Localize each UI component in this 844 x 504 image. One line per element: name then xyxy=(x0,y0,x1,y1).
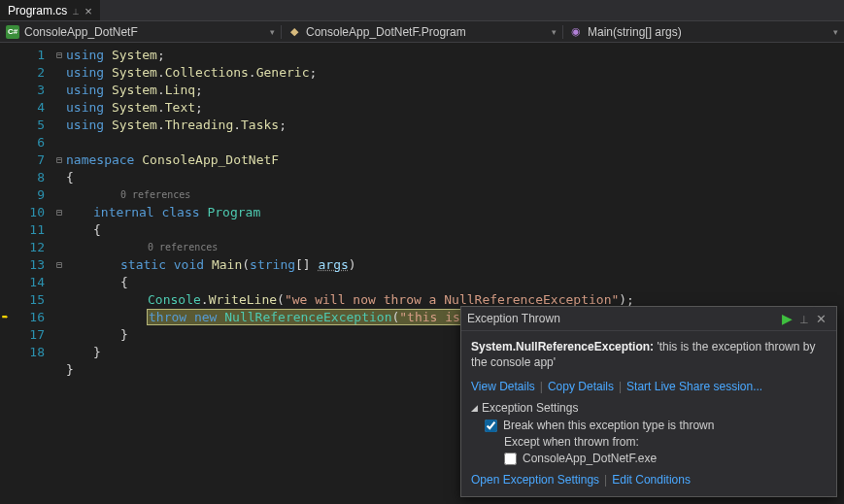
live-share-link[interactable]: Start Live Share session... xyxy=(626,380,762,393)
chevron-down-icon: ▾ xyxy=(270,27,275,37)
pin-popup-icon[interactable]: ⟂ xyxy=(796,312,812,326)
nav-method[interactable]: ◉ Main(string[] args) ▾ xyxy=(563,25,844,39)
chevron-down-icon: ▾ xyxy=(552,27,557,37)
exception-popup: Exception Thrown ▶ ⟂ ✕ System.NullRefere… xyxy=(460,306,837,497)
nav-method-label: Main(string[] args) xyxy=(588,25,682,39)
exception-type: System.NullReferenceException: xyxy=(471,340,654,353)
tab-bar: Program.cs ⟂ × xyxy=(0,0,844,21)
exception-message: System.NullReferenceException: 'this is … xyxy=(471,339,827,370)
method-icon: ◉ xyxy=(569,25,583,39)
nav-project[interactable]: C# ConsoleApp_DotNetF ▾ xyxy=(0,25,282,39)
fold-column[interactable]: ⊟⊟⊟⊟ xyxy=(52,43,66,504)
continue-icon[interactable]: ▶ xyxy=(778,311,796,326)
breakpoint-gutter[interactable]: ➨ xyxy=(0,43,17,504)
expander-icon: ◢ xyxy=(471,403,478,413)
except-when-label: Except when thrown from: xyxy=(504,435,827,449)
popup-links: View Details|Copy Details|Start Live Sha… xyxy=(471,380,827,393)
nav-class[interactable]: ◆ ConsoleApp_DotNetF.Program ▾ xyxy=(282,25,563,39)
exception-settings-header[interactable]: ◢ Exception Settings xyxy=(471,401,827,415)
csharp-project-icon: C# xyxy=(6,25,19,39)
close-popup-icon[interactable]: ✕ xyxy=(812,312,830,326)
except-item-label: ConsoleApp_DotNetF.exe xyxy=(523,452,657,465)
popup-title: Exception Thrown xyxy=(467,312,778,325)
tab-label: Program.cs xyxy=(8,4,67,17)
except-item-checkbox[interactable]: ConsoleApp_DotNetF.exe xyxy=(504,452,827,465)
break-when-label: Break when this exception type is thrown xyxy=(503,419,714,432)
file-tab[interactable]: Program.cs ⟂ × xyxy=(0,0,100,20)
view-details-link[interactable]: View Details xyxy=(471,380,535,393)
close-icon[interactable]: × xyxy=(84,4,92,18)
nav-project-label: ConsoleApp_DotNetF xyxy=(24,25,138,39)
pin-icon[interactable]: ⟂ xyxy=(73,6,79,17)
nav-class-label: ConsoleApp_DotNetF.Program xyxy=(306,25,466,39)
open-exception-settings-link[interactable]: Open Exception Settings xyxy=(471,473,599,487)
class-icon: ◆ xyxy=(287,25,301,39)
line-numbers: 123456789101112131415161718 xyxy=(17,43,52,504)
popup-header: Exception Thrown ▶ ⟂ ✕ xyxy=(461,307,836,331)
popup-bottom-links: Open Exception Settings|Edit Conditions xyxy=(471,473,827,487)
nav-bar: C# ConsoleApp_DotNetF ▾ ◆ ConsoleApp_Dot… xyxy=(0,21,844,43)
break-when-checkbox[interactable]: Break when this exception type is thrown xyxy=(485,419,827,432)
break-when-input[interactable] xyxy=(485,420,497,432)
copy-details-link[interactable]: Copy Details xyxy=(548,380,614,393)
settings-label: Exception Settings xyxy=(482,401,578,415)
edit-conditions-link[interactable]: Edit Conditions xyxy=(612,473,691,487)
chevron-down-icon: ▾ xyxy=(833,27,838,37)
except-item-input[interactable] xyxy=(504,453,517,465)
